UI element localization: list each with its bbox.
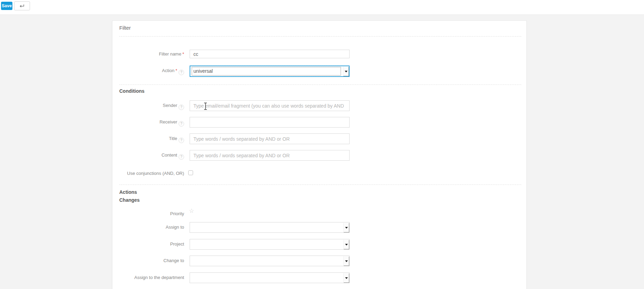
- help-icon[interactable]: ?: [179, 104, 184, 110]
- required-asterisk: *: [175, 68, 177, 73]
- filter-form-panel: Filter Filter name* Action*? universal C…: [112, 20, 527, 289]
- save-button[interactable]: Save: [1, 2, 12, 10]
- required-asterisk: *: [182, 51, 184, 57]
- filter-name-label: Filter name*: [119, 51, 184, 57]
- help-icon[interactable]: ?: [179, 121, 184, 127]
- help-icon[interactable]: ?: [179, 138, 184, 143]
- help-icon[interactable]: ?: [179, 70, 184, 75]
- chevron-down-icon[interactable]: [343, 240, 349, 249]
- action-label: Action*?: [119, 68, 184, 75]
- assign-department-label: Assign to the department: [119, 275, 184, 280]
- divider: [119, 36, 521, 37]
- section-title-actions: Actions: [119, 189, 137, 195]
- title-label: Title?: [119, 136, 184, 143]
- title-input[interactable]: [190, 133, 350, 144]
- sender-label: Sender?: [119, 103, 184, 110]
- receiver-input[interactable]: [190, 117, 350, 128]
- help-icon[interactable]: ?: [179, 154, 184, 160]
- content-input[interactable]: [190, 150, 350, 161]
- action-select-value: universal: [192, 67, 341, 75]
- change-to-label: Change to: [119, 258, 184, 263]
- project-label: Project: [119, 241, 184, 247]
- chevron-down-icon[interactable]: [343, 67, 349, 76]
- receiver-label: Receiver?: [119, 119, 184, 127]
- sender-input[interactable]: [190, 100, 350, 111]
- section-subtitle-changes: Changes: [119, 197, 140, 203]
- chevron-down-icon[interactable]: [343, 256, 349, 266]
- section-title-conditions: Conditions: [119, 88, 144, 94]
- use-conjunctions-checkbox[interactable]: [188, 170, 193, 175]
- assign-to-label: Assign to: [119, 225, 184, 230]
- page-background: Filter Filter name* Action*? universal C…: [0, 14, 644, 289]
- divider: [119, 84, 521, 85]
- divider: [119, 185, 521, 185]
- project-select[interactable]: [190, 239, 350, 250]
- action-select[interactable]: universal: [190, 66, 350, 77]
- assign-department-select[interactable]: [190, 272, 350, 283]
- change-to-select[interactable]: [190, 256, 350, 266]
- use-conjunctions-label: Use conjunctions (AND, OR): [119, 171, 184, 176]
- priority-label: Priority: [119, 211, 184, 216]
- back-button[interactable]: [14, 1, 30, 10]
- assign-to-select[interactable]: [190, 222, 350, 233]
- content-label: Content?: [119, 152, 184, 160]
- return-arrow-icon: [14, 4, 30, 8]
- chevron-down-icon[interactable]: [343, 223, 349, 232]
- priority-star-icon[interactable]: ☆: [189, 208, 194, 214]
- toolbar: Save: [0, 0, 644, 14]
- section-title-filter: Filter: [119, 25, 131, 31]
- filter-name-input[interactable]: [190, 50, 350, 58]
- chevron-down-icon[interactable]: [343, 273, 349, 282]
